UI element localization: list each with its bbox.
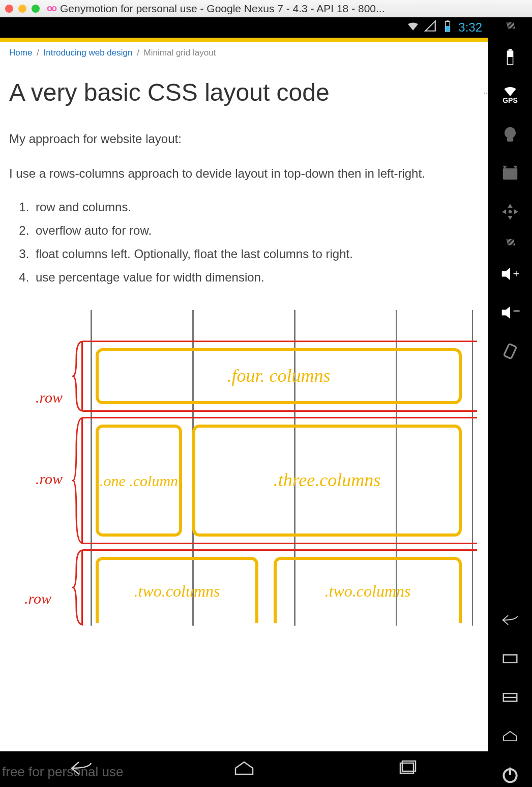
sidebar-grip-icon: \\\\\\	[507, 238, 514, 247]
sidebar-grip-icon: \\\\\\	[507, 21, 514, 31]
watermark: free for personal use	[2, 764, 123, 780]
breadcrumb-current: Minimal grid layout	[144, 48, 216, 58]
row-label: .row	[24, 590, 51, 607]
android-status-bar: 3:32	[0, 17, 488, 38]
svg-rect-1	[446, 26, 450, 32]
page-title: A very basic CSS layout code	[9, 78, 479, 106]
svg-rect-10	[503, 168, 518, 180]
diagram-col: .one .column	[96, 425, 182, 537]
breadcrumb-separator: /	[37, 48, 39, 58]
nav-recent-button[interactable]	[498, 647, 522, 671]
diagram-col: .four. columns	[96, 348, 462, 404]
status-clock: 3:32	[458, 20, 482, 35]
svg-marker-13	[508, 204, 513, 208]
accent-bar	[0, 38, 488, 42]
minimize-window-button[interactable]	[18, 5, 26, 13]
breadcrumb-section[interactable]: Introducing web design	[44, 48, 133, 58]
recent-apps-button[interactable]	[394, 759, 420, 779]
volume-up-button[interactable]: +	[498, 262, 522, 286]
svg-point-8	[505, 127, 516, 138]
svg-marker-15	[502, 209, 506, 214]
gps-tool-button[interactable]: GPS	[498, 83, 522, 108]
zoom-window-button[interactable]	[32, 5, 40, 13]
breadcrumb: Home / Introducing web design / Minimal …	[9, 48, 479, 58]
svg-rect-22	[504, 344, 516, 359]
window-controls	[5, 5, 40, 13]
list-item: use percentage value for width dimension…	[33, 270, 479, 285]
cell-signal-icon	[424, 19, 437, 36]
battery-icon	[441, 19, 454, 36]
device-screen: 3:32 Home / Introducing web design / Min…	[0, 17, 488, 787]
breadcrumb-home[interactable]: Home	[9, 48, 32, 58]
list-item: row and columns.	[33, 200, 479, 214]
page-content[interactable]: Home / Introducing web design / Minimal …	[0, 42, 488, 751]
svg-rect-9	[507, 137, 514, 142]
close-window-button[interactable]	[5, 5, 13, 13]
svg-rect-23	[504, 655, 517, 662]
svg-rect-2	[447, 20, 449, 21]
back-button[interactable]	[69, 759, 94, 779]
wifi-icon	[406, 19, 420, 36]
svg-text:+: +	[513, 267, 519, 280]
breadcrumb-separator: /	[137, 48, 139, 58]
steps-list: row and columns. overflow auto for row. …	[33, 200, 479, 285]
brace-icon	[72, 417, 84, 544]
nav-menu-button[interactable]	[498, 685, 522, 710]
svg-marker-14	[508, 216, 513, 220]
svg-rect-6	[509, 49, 512, 50]
diagram-col: .three.columns	[192, 425, 462, 537]
row-label: .row	[36, 470, 63, 488]
svg-marker-16	[514, 209, 518, 214]
nav-home-button[interactable]	[498, 724, 522, 748]
svg-marker-20	[502, 306, 510, 319]
svg-rect-7	[508, 57, 513, 64]
svg-marker-18	[502, 268, 510, 280]
nav-back-button[interactable]	[498, 608, 522, 632]
list-item: overflow auto for row.	[33, 223, 479, 238]
window-title: Genymotion for personal use - Google Nex…	[60, 3, 385, 15]
camera-tool-button[interactable]	[498, 122, 522, 147]
mac-title-bar: o​o Genymotion for personal use - Google…	[0, 0, 532, 17]
diagram-col: .two.columns	[96, 557, 258, 623]
grid-diagram: .row .four. columns .row .one .column .t…	[9, 310, 479, 626]
svg-point-17	[509, 210, 512, 213]
genymotion-logo-icon: o​o	[47, 3, 56, 14]
svg-text:−: −	[513, 304, 520, 318]
dpad-tool-button[interactable]	[498, 200, 522, 224]
row-label: .row	[36, 389, 63, 406]
brace-icon	[72, 341, 84, 412]
screencast-tool-button[interactable]	[498, 161, 522, 185]
rotate-button[interactable]	[498, 339, 522, 363]
power-button[interactable]	[498, 763, 522, 787]
battery-tool-button[interactable]	[498, 45, 522, 69]
brace-icon	[72, 549, 84, 626]
gps-label: GPS	[503, 96, 518, 104]
body-paragraph: I use a rows-columns approach to devide …	[9, 164, 479, 183]
android-nav-bar: free for personal use	[0, 751, 488, 787]
intro-text: My approach for website layout:	[9, 132, 479, 146]
diagram-col: .two.columns	[274, 557, 462, 623]
list-item: float columns left. Optionally, float th…	[33, 247, 479, 261]
home-button[interactable]	[231, 759, 257, 779]
genymotion-sidebar: \\\\\\ GPS \\\\\\ + −	[488, 17, 532, 787]
volume-down-button[interactable]: −	[498, 300, 522, 325]
